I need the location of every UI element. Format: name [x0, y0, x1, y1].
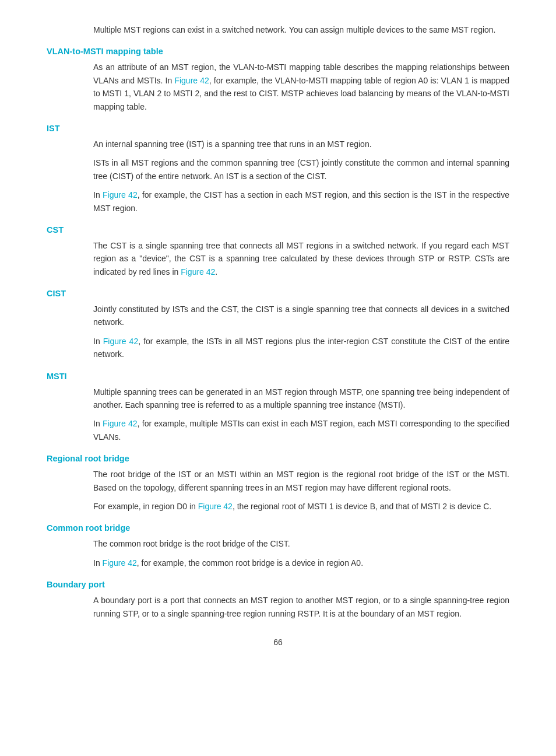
msti-figure-link[interactable]: Figure 42 — [103, 419, 138, 428]
vlan-msti-para1: As an attribute of an MST region, the VL… — [93, 61, 509, 113]
cist-para1: Jointly constituted by ISTs and the CST,… — [93, 303, 509, 329]
common-root-para2: In Figure 42, for example, the common ro… — [93, 556, 509, 569]
vlan-msti-section: VLAN-to-MSTI mapping table As an attribu… — [47, 47, 509, 113]
common-root-heading: Common root bridge — [47, 523, 509, 533]
common-root-para1: The common root bridge is the root bridg… — [93, 537, 509, 550]
ist-content: An internal spanning tree (IST) is a spa… — [93, 138, 509, 215]
msti-heading: MSTI — [47, 372, 509, 381]
vlan-msti-heading: VLAN-to-MSTI mapping table — [47, 47, 509, 56]
regional-root-para1: The root bridge of the IST or an MSTI wi… — [93, 468, 509, 494]
msti-content: Multiple spanning trees can be generated… — [93, 386, 509, 444]
cist-figure-link[interactable]: Figure 42 — [103, 337, 138, 346]
ist-para3: In Figure 42, for example, the CIST has … — [93, 188, 509, 215]
boundary-port-heading: Boundary port — [47, 580, 509, 589]
ist-heading: IST — [47, 124, 509, 133]
cist-para2: In Figure 42, for example, the ISTs in a… — [93, 335, 509, 361]
cist-section: CIST Jointly constituted by ISTs and the… — [47, 289, 509, 361]
msti-para1: Multiple spanning trees can be generated… — [93, 386, 509, 412]
ist-figure-link[interactable]: Figure 42 — [103, 190, 138, 200]
regional-root-section: Regional root bridge The root bridge of … — [47, 454, 509, 513]
intro-section: Multiple MST regions can exist in a swit… — [93, 23, 509, 36]
regional-root-content: The root bridge of the IST or an MSTI wi… — [93, 468, 509, 513]
common-root-figure-link[interactable]: Figure 42 — [103, 558, 137, 568]
page: Multiple MST regions can exist in a swit… — [0, 0, 556, 756]
vlan-msti-figure-link[interactable]: Figure 42 — [174, 76, 209, 85]
cst-para1: The CST is a single spanning tree that c… — [93, 239, 509, 278]
ist-para1: An internal spanning tree (IST) is a spa… — [93, 138, 509, 150]
boundary-port-content: A boundary port is a port that connects … — [93, 594, 509, 620]
common-root-section: Common root bridge The common root bridg… — [47, 523, 509, 569]
cst-heading: CST — [47, 225, 509, 235]
cist-heading: CIST — [47, 289, 509, 298]
common-root-content: The common root bridge is the root bridg… — [93, 537, 509, 569]
boundary-port-section: Boundary port A boundary port is a port … — [47, 580, 509, 620]
cst-section: CST The CST is a single spanning tree th… — [47, 225, 509, 278]
ist-para2: ISTs in all MST regions and the common s… — [93, 156, 509, 183]
regional-root-heading: Regional root bridge — [47, 454, 509, 463]
regional-root-para2: For example, in region D0 in Figure 42, … — [93, 500, 509, 513]
intro-para: Multiple MST regions can exist in a swit… — [93, 23, 509, 36]
cist-content: Jointly constituted by ISTs and the CST,… — [93, 303, 509, 361]
cst-figure-link[interactable]: Figure 42 — [181, 267, 215, 276]
ist-section: IST An internal spanning tree (IST) is a… — [47, 124, 509, 215]
page-number: 66 — [47, 638, 509, 647]
cst-content: The CST is a single spanning tree that c… — [93, 239, 509, 278]
msti-section: MSTI Multiple spanning trees can be gene… — [47, 372, 509, 444]
msti-para2: In Figure 42, for example, multiple MSTI… — [93, 417, 509, 443]
boundary-port-para1: A boundary port is a port that connects … — [93, 594, 509, 620]
regional-root-figure-link[interactable]: Figure 42 — [198, 502, 233, 511]
vlan-msti-content: As an attribute of an MST region, the VL… — [93, 61, 509, 113]
